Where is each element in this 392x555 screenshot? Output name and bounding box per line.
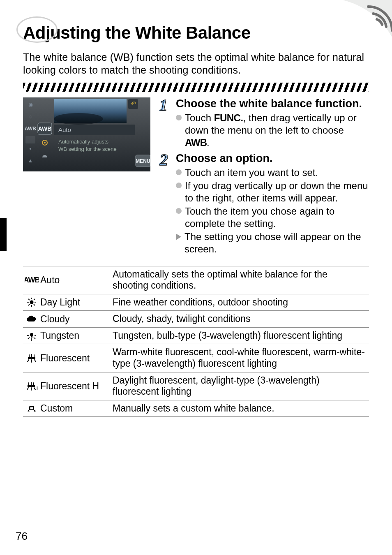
table-row: AWBAutoAutomatically sets the optimal wh…: [23, 266, 369, 294]
fluor-icon: [23, 344, 39, 372]
svg-text:2: 2: [159, 152, 168, 169]
svg-line-49: [35, 360, 36, 362]
step-1-bullet-1: Touch FUNC., then drag vertically up or …: [176, 112, 369, 149]
svg-point-36: [30, 333, 33, 336]
wb-option-desc: Manually sets a custom white balance.: [109, 400, 369, 417]
step-2-bullet-3: Touch the item you chose again to comple…: [176, 205, 369, 230]
svg-text:AWB: AWB: [38, 125, 52, 132]
sun-icon: [23, 294, 39, 311]
left-edge-tab: [0, 218, 7, 251]
svg-line-54: [27, 388, 28, 390]
wb-option-name: Auto: [39, 266, 109, 294]
svg-rect-4: [25, 136, 35, 143]
wb-option-name: Custom: [39, 400, 109, 417]
svg-text:☼: ☼: [28, 114, 32, 119]
table-row: Day LightFine weather conditions, outdoo…: [23, 294, 369, 311]
svg-text:AWB: AWB: [25, 276, 39, 284]
wb-option-name: Fluorescent H: [39, 372, 109, 400]
cloud-icon: [23, 311, 39, 328]
svg-rect-59: [30, 407, 33, 409]
wb-option-desc: Tungsten, bulb-type (3-wavelength) fluor…: [109, 327, 369, 344]
step-number-2-icon: 2 2: [158, 152, 172, 256]
svg-line-56: [34, 388, 35, 390]
instructions-block: 1 1 Choose the white balance function. T…: [158, 97, 369, 259]
svg-line-33: [34, 304, 35, 305]
step-2-bullet-4: The setting you chose will appear on the…: [176, 231, 369, 255]
step-2: 2 2 Choose an option. Touch an item you …: [158, 152, 369, 256]
bullet-circle-icon: [176, 115, 182, 120]
page-title: Adjusting the White Balance: [23, 23, 369, 43]
svg-line-34: [34, 299, 35, 300]
table-row: TungstenTungsten, bulb-type (3-wavelengt…: [23, 327, 369, 344]
bullet-triangle-icon: [176, 234, 181, 240]
svg-text:AWB: AWB: [25, 126, 36, 132]
page-number: 76: [16, 530, 28, 543]
step-2-bullet-2: If you drag vertically up or down the me…: [176, 180, 369, 204]
step-2-heading: Choose an option.: [176, 152, 369, 165]
svg-line-40: [34, 338, 35, 339]
table-row: HFluorescent HDaylight fluorescent, dayl…: [23, 372, 369, 400]
svg-text:◉: ◉: [28, 102, 33, 108]
table-row: CustomManually sets a custom white balan…: [23, 400, 369, 417]
wb-option-desc: Automatically sets the optimal white bal…: [109, 266, 369, 294]
svg-rect-37: [31, 336, 32, 338]
svg-point-27: [30, 301, 34, 304]
svg-text:H: H: [37, 386, 38, 391]
wb-option-name: Tungsten: [39, 327, 109, 344]
custom-icon: [23, 400, 39, 417]
white-balance-table: AWBAutoAutomatically sets the optimal wh…: [23, 266, 369, 417]
wb-option-desc: Fine weather conditions, outdoor shootin…: [109, 294, 369, 311]
svg-text:WB setting for the scene: WB setting for the scene: [58, 146, 117, 152]
bullet-circle-icon: [176, 208, 182, 214]
step-1-heading: Choose the white balance function.: [176, 97, 369, 110]
wb-option-name: Cloudy: [39, 311, 109, 328]
awb-glyph: AWB: [185, 137, 207, 148]
fluorh-icon: H: [23, 372, 39, 400]
svg-line-32: [28, 299, 30, 300]
svg-text:•: •: [29, 145, 31, 152]
camera-screenshot: ◉ ☼ AWB • ▲ AWB: [23, 97, 150, 259]
wb-option-name: Day Light: [39, 294, 109, 311]
svg-text:1: 1: [159, 97, 168, 114]
func-glyph: FUNC.: [214, 112, 243, 123]
svg-line-35: [28, 304, 30, 305]
svg-line-47: [28, 360, 29, 362]
wb-option-desc: Daylight fluorescent, daylight-type (3-w…: [109, 372, 369, 400]
svg-rect-46: [28, 357, 35, 359]
svg-text:▲: ▲: [28, 157, 33, 164]
wb-option-desc: Warm-white fluorescent, cool-white fluor…: [109, 344, 369, 372]
hatched-divider: [23, 83, 369, 92]
svg-text:MENU: MENU: [136, 158, 150, 164]
svg-text:↶: ↶: [131, 100, 136, 107]
bullet-circle-icon: [176, 169, 182, 175]
svg-line-39: [28, 338, 30, 339]
svg-text:Auto: Auto: [58, 126, 71, 133]
title-ornament-oval: [16, 16, 58, 43]
table-row: FluorescentWarm-white fluorescent, cool-…: [23, 344, 369, 372]
svg-text:Automatically adjusts: Automatically adjusts: [58, 139, 109, 145]
tungsten-icon: [23, 327, 39, 344]
step-1: 1 1 Choose the white balance function. T…: [158, 97, 369, 150]
intro-paragraph: The white balance (WB) function sets the…: [23, 51, 369, 77]
awb-icon: AWB: [23, 266, 39, 294]
svg-rect-53: [28, 385, 35, 387]
step-2-bullet-1: Touch an item you want to set.: [176, 166, 369, 179]
svg-point-10: [44, 142, 46, 143]
bullet-circle-icon: [176, 183, 182, 188]
step-number-1-icon: 1 1: [158, 97, 172, 150]
svg-point-12: [54, 113, 103, 125]
table-row: CloudyCloudy, shady, twilight conditions: [23, 311, 369, 328]
wb-option-name: Fluorescent: [39, 344, 109, 372]
wb-option-desc: Cloudy, shady, twilight conditions: [109, 311, 369, 328]
